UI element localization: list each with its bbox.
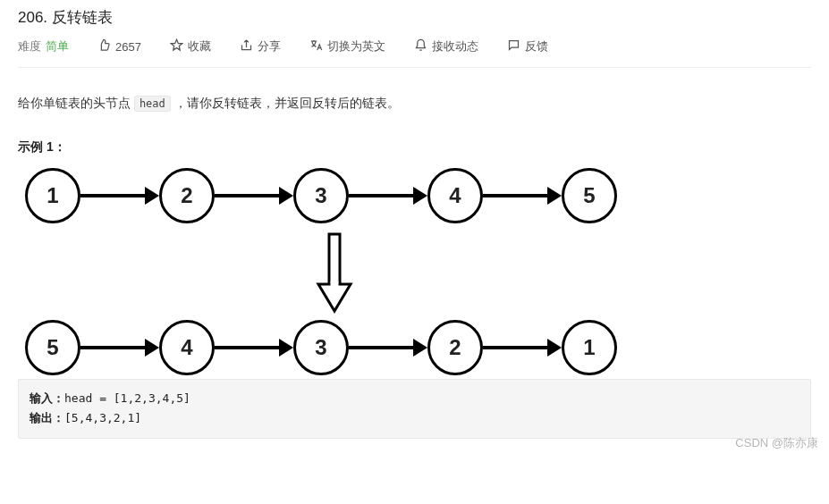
problem-name: 反转链表 <box>52 9 113 26</box>
arrow-right-icon <box>215 187 293 205</box>
difficulty-value: 简单 <box>46 38 69 55</box>
notify-label: 接收动态 <box>432 38 478 55</box>
node: 4 <box>427 168 483 223</box>
switch-lang-label: 切换为英文 <box>327 38 385 55</box>
difficulty: 难度 简单 <box>18 38 69 55</box>
list-after: 5 4 3 2 1 <box>18 320 811 375</box>
favorite-label: 收藏 <box>188 38 211 55</box>
difficulty-label: 难度 <box>18 38 41 55</box>
likes-button[interactable]: 2657 <box>97 38 141 55</box>
svg-rect-1 <box>331 281 339 287</box>
star-icon <box>170 38 183 55</box>
arrow-right-icon <box>349 187 427 205</box>
list-before: 1 2 3 4 5 <box>18 168 811 223</box>
example-io: 输入：head = [1,2,3,4,5] 输出：[5,4,3,2,1] <box>18 379 811 438</box>
notify-button[interactable]: 接收动态 <box>414 38 478 55</box>
likes-count: 2657 <box>115 40 141 54</box>
problem-title: 206. 反转链表 <box>18 0 811 38</box>
node: 5 <box>25 320 80 375</box>
share-button[interactable]: 分享 <box>240 38 281 55</box>
arrow-right-icon <box>349 339 427 357</box>
node: 2 <box>159 168 215 223</box>
chat-icon <box>507 38 520 55</box>
desc-code: head <box>134 96 171 112</box>
arrow-right-icon <box>80 339 159 357</box>
feedback-button[interactable]: 反馈 <box>507 38 548 55</box>
bell-icon <box>414 38 427 55</box>
translate-icon <box>309 38 323 55</box>
node: 3 <box>293 320 349 375</box>
node: 5 <box>562 168 617 223</box>
example-diagram: 1 2 3 4 5 5 4 3 2 1 输入：head = [1,2,3,4,5… <box>18 168 811 438</box>
example-heading: 示例 1： <box>18 139 811 155</box>
switch-lang-button[interactable]: 切换为英文 <box>309 38 385 55</box>
node: 3 <box>293 168 349 223</box>
arrow-right-icon <box>215 339 293 357</box>
arrow-right-icon <box>483 187 562 205</box>
node: 4 <box>159 320 215 375</box>
desc-pre: 给你单链表的头节点 <box>18 96 134 110</box>
feedback-label: 反馈 <box>525 38 548 55</box>
svg-rect-0 <box>329 234 340 286</box>
problem-number: 206. <box>18 9 47 26</box>
input-label: 输入： <box>30 391 64 405</box>
meta-bar: 难度 简单 2657 收藏 分享 切换为英文 接收动态 反馈 <box>18 38 811 68</box>
input-value: head = [1,2,3,4,5] <box>64 391 190 405</box>
thumb-up-icon <box>97 38 111 55</box>
share-icon <box>240 38 253 55</box>
node: 1 <box>25 168 80 223</box>
arrow-right-icon <box>483 339 562 357</box>
arrow-down-icon <box>18 232 811 315</box>
problem-description: 给你单链表的头节点 head ，请你反转链表，并返回反转后的链表。 <box>18 93 811 113</box>
share-label: 分享 <box>258 38 281 55</box>
node: 2 <box>427 320 483 375</box>
output-value: [5,4,3,2,1] <box>64 411 141 424</box>
node: 1 <box>562 320 617 375</box>
desc-post: ，请你反转链表，并返回反转后的链表。 <box>171 96 400 110</box>
arrow-right-icon <box>80 187 159 205</box>
output-label: 输出： <box>30 411 64 424</box>
favorite-button[interactable]: 收藏 <box>170 38 211 55</box>
